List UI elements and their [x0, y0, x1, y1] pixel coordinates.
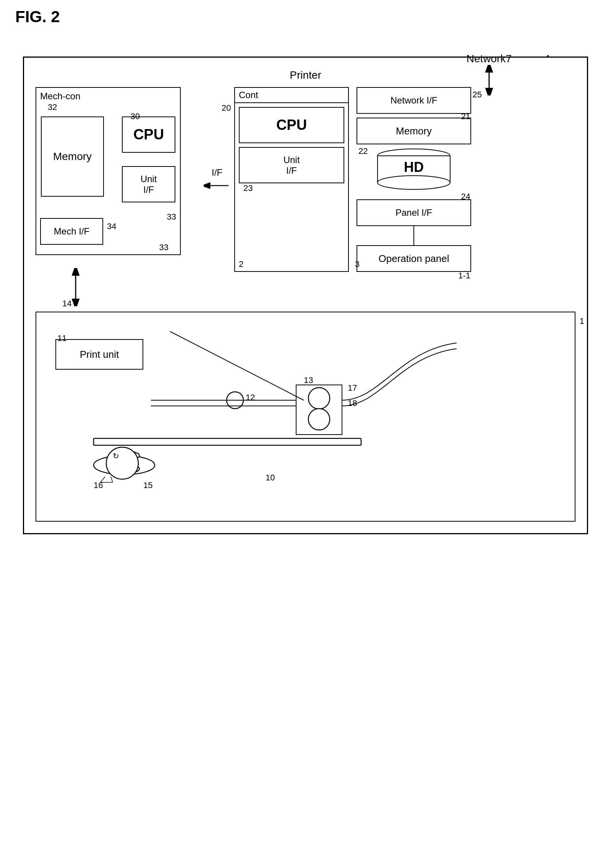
cont-unit-if-label1: Unit [284, 155, 300, 165]
cont-unit-if-label2: I/F [286, 165, 297, 176]
mech-con-unit-if-ref: 33 [167, 212, 176, 222]
mech-vertical-arrow: 14 [66, 268, 85, 308]
cont-label: Cont [239, 90, 258, 100]
network-label: Network7 [467, 53, 512, 65]
net-if-label: Network I/F [391, 95, 438, 106]
svg-text:↻: ↻ [113, 452, 119, 460]
memory-label: Memory [53, 150, 92, 163]
svg-text:17: 17 [348, 383, 357, 393]
ref-1: 1 [580, 316, 584, 326]
net-if-box: Network I/F 25 21 [357, 87, 471, 114]
mechanism-svg: ↻ ↻ [36, 312, 571, 496]
page-title: FIG. 2 [15, 8, 603, 26]
svg-point-7 [378, 176, 450, 189]
cont-cpu-box: CPU [239, 107, 344, 143]
op-panel-label: Operation panel [378, 253, 449, 265]
ref-23: 23 [243, 183, 253, 193]
if-label: I/F [212, 167, 222, 178]
cont-and-network-area: Cont 20 CPU Unit I/F 23 2 [234, 87, 575, 272]
ref-33: 33 [159, 242, 169, 252]
svg-point-23 [308, 388, 330, 409]
mech-con-cpu-box: CPU [122, 116, 175, 153]
ref-21: 21 [461, 112, 470, 121]
if-arrow [204, 180, 230, 191]
mech-if-box: Mech I/F [40, 218, 103, 245]
mech-con-ref: 32 [48, 102, 57, 112]
hd-cylinder: HD [376, 148, 452, 196]
cont-cpu-label: CPU [276, 117, 307, 133]
hd-svg: HD [376, 148, 452, 194]
mech-if-label: Mech I/F [54, 226, 89, 237]
network-arrow [480, 65, 499, 95]
svg-point-24 [308, 409, 330, 430]
ref-14-label: 14 [62, 299, 71, 309]
svg-point-17 [106, 447, 138, 479]
page-container: FIG. 2 Network7 4 Printer [8, 8, 603, 534]
svg-text:10: 10 [266, 473, 275, 482]
mech-con-label: Mech-con [40, 91, 80, 102]
memory-net-label: Memory [396, 125, 432, 137]
svg-text:16: 16 [94, 480, 103, 490]
panel-if-label: Panel I/F [395, 207, 432, 218]
svg-rect-14 [94, 438, 361, 445]
op-panel-box: Operation panel 1-1 [357, 245, 471, 272]
svg-text:HD: HD [404, 159, 424, 175]
network-if-area: Network I/F 25 21 Memory 22 [357, 87, 471, 272]
mech-con-cpu-label: CPU [133, 126, 164, 143]
svg-text:15: 15 [143, 480, 152, 490]
printer-outer-box: Printer Mech-con 32 Memory 30 CPU [23, 57, 588, 534]
mech-con-block: Mech-con 32 Memory 30 CPU Unit I/F [36, 87, 181, 255]
svg-line-25 [170, 331, 304, 400]
svg-text:12: 12 [246, 393, 255, 402]
cont-ref: 20 [222, 103, 231, 113]
op-panel-ref: 1-1 [458, 271, 470, 281]
svg-line-34 [111, 477, 113, 482]
svg-text:13: 13 [304, 375, 313, 385]
svg-text:18: 18 [348, 398, 357, 408]
mech-if-ref: 34 [107, 221, 116, 231]
if-connection: I/F [204, 167, 230, 191]
cont-block: Cont 20 CPU Unit I/F 23 2 [234, 87, 349, 272]
memory-box: Memory [41, 116, 104, 197]
panel-if-box: Panel I/F 24 [357, 199, 471, 226]
hd-section: 22 HD [357, 148, 471, 196]
hd-ref: 22 [358, 146, 368, 156]
cont-unit-if-box: Unit I/F 23 [239, 147, 344, 183]
ref-2: 2 [239, 259, 243, 269]
panel-if-ref: 24 [461, 192, 470, 202]
memory-net-box: Memory [357, 118, 471, 144]
printer-mechanism: 1 Print unit 11 ↻ [36, 312, 575, 522]
